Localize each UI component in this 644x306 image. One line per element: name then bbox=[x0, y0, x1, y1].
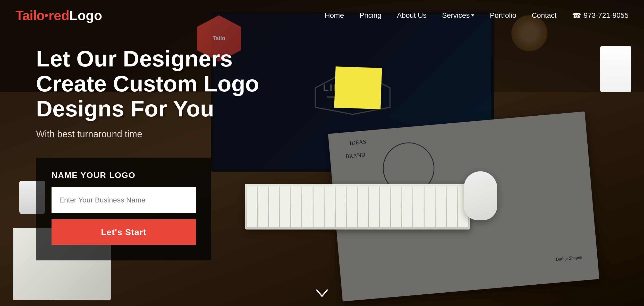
nav-services-link[interactable]: Services bbox=[442, 11, 474, 20]
key bbox=[380, 186, 390, 227]
lets-start-button[interactable]: Let's Start bbox=[52, 219, 196, 245]
phone-icon: ☎ bbox=[572, 11, 581, 20]
nav-portfolio-link[interactable]: Portfolio bbox=[490, 11, 516, 19]
chevron-down-icon bbox=[471, 14, 474, 16]
key bbox=[302, 186, 312, 227]
nav-pricing[interactable]: Pricing bbox=[359, 11, 382, 20]
nav-services-label: Services bbox=[442, 11, 470, 20]
nav-services[interactable]: Services bbox=[442, 11, 474, 20]
key bbox=[313, 186, 324, 227]
nav-about[interactable]: About Us bbox=[397, 11, 427, 20]
business-name-input[interactable] bbox=[52, 187, 196, 213]
key bbox=[436, 186, 446, 227]
form-label: NAME YOUR LOGO bbox=[52, 171, 196, 180]
nav-about-link[interactable]: About Us bbox=[397, 11, 427, 19]
key bbox=[325, 186, 335, 227]
postit-note bbox=[334, 66, 382, 109]
key bbox=[425, 186, 435, 227]
nav-home-link[interactable]: Home bbox=[325, 11, 344, 19]
key bbox=[391, 186, 401, 227]
logo-logo-text: Logo bbox=[69, 8, 102, 23]
scroll-indicator[interactable] bbox=[314, 288, 330, 298]
logo[interactable]: Tailo red Logo bbox=[15, 8, 102, 23]
navigation: Tailo red Logo Home Pricing About Us Ser… bbox=[0, 0, 644, 31]
nav-home[interactable]: Home bbox=[325, 11, 344, 20]
hero-section: LIFESTYLE Tailo bbox=[0, 0, 644, 306]
key bbox=[336, 186, 346, 227]
phone-nav-item[interactable]: ☎ 973-721-9055 bbox=[572, 11, 629, 20]
hero-subheadline: With best turnaround time bbox=[36, 129, 294, 140]
hero-headline: Let Our Designers Create Custom Logo Des… bbox=[36, 46, 294, 121]
key bbox=[369, 186, 379, 227]
key bbox=[402, 186, 412, 227]
key bbox=[358, 186, 368, 227]
phone-number: 973-721-9055 bbox=[584, 11, 629, 20]
logo-red-text: red bbox=[48, 8, 69, 23]
nav-contact[interactable]: Contact bbox=[532, 11, 557, 20]
mouse bbox=[464, 171, 497, 220]
key bbox=[347, 186, 357, 227]
nav-phone[interactable]: ☎ 973-721-9055 bbox=[572, 11, 629, 20]
key bbox=[413, 186, 423, 227]
coffee-cup bbox=[600, 46, 631, 92]
nav-pricing-link[interactable]: Pricing bbox=[359, 11, 382, 19]
scroll-chevron-icon bbox=[314, 288, 330, 298]
nav-portfolio[interactable]: Portfolio bbox=[490, 11, 516, 20]
logo-dot-icon bbox=[45, 14, 48, 17]
key bbox=[447, 186, 457, 227]
form-section: NAME YOUR LOGO Let's Start bbox=[36, 158, 211, 260]
nav-contact-link[interactable]: Contact bbox=[532, 11, 557, 19]
nav-links: Home Pricing About Us Services Portfolio… bbox=[325, 11, 629, 20]
badge-text: Tailo bbox=[213, 35, 225, 42]
hero-content: Let Our Designers Create Custom Logo Des… bbox=[36, 46, 294, 260]
logo-tailor-text: Tailo bbox=[15, 8, 44, 23]
